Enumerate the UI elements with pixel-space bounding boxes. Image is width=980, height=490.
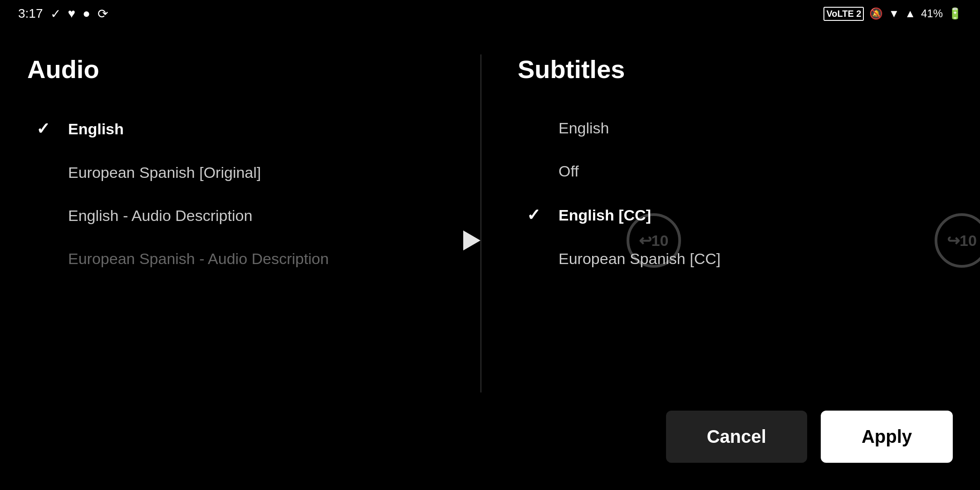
audio-title: Audio <box>27 54 462 84</box>
play-icon-background <box>463 230 480 250</box>
subtitle-item-english[interactable]: English <box>518 107 953 150</box>
subtitle-checkmark-icon: ✓ <box>527 206 549 225</box>
heart-icon: ♥ <box>68 6 76 21</box>
cancel-button[interactable]: Cancel <box>666 411 807 463</box>
audio-item-european-spanish-ad-label: European Spanish - Audio Description <box>68 250 329 268</box>
status-right: VoLTE 2 🔕 ▼ ▲ 41% 🔋 <box>823 7 962 21</box>
subtitle-item-english-label: English <box>559 119 609 137</box>
audio-item-english-label: English <box>68 120 124 138</box>
subtitles-panel: ↩10 ↪10 Subtitles English <box>481 54 953 392</box>
battery-percent: 41% <box>921 7 943 20</box>
subtitle-item-off-label: Off <box>559 162 579 180</box>
subtitle-item-english-cc-label: English [CC] <box>559 206 651 224</box>
subtitle-item-english-cc[interactable]: ✓ English [CC] <box>518 193 953 237</box>
status-left: 3:17 ✓ ♥ ● ⟳ <box>18 6 108 21</box>
circle-icon: ● <box>83 6 90 21</box>
status-time: 3:17 <box>18 6 43 21</box>
audio-item-european-spanish-ad[interactable]: European Spanish - Audio Description <box>27 237 462 280</box>
subtitle-items: English Off ✓ English [CC] European Span… <box>518 107 953 280</box>
audio-item-english-ad-label: English - Audio Description <box>68 207 252 225</box>
audio-item-european-spanish-label: European Spanish [Original] <box>68 164 261 181</box>
audio-panel: Audio ✓ English European Spanish [Origin… <box>27 54 481 392</box>
apply-button[interactable]: Apply <box>821 411 953 463</box>
subtitle-item-off[interactable]: Off <box>518 150 953 193</box>
bottom-bar: Cancel Apply <box>0 392 980 490</box>
subtitles-title: Subtitles <box>518 54 953 84</box>
status-bar: 3:17 ✓ ♥ ● ⟳ VoLTE 2 🔕 ▼ ▲ 41% 🔋 <box>0 0 980 27</box>
signal-icon: ▲ <box>905 7 916 20</box>
audio-item-english-ad[interactable]: English - Audio Description <box>27 194 462 237</box>
loop-icon: ⟳ <box>98 6 108 21</box>
wifi-icon: ▼ <box>888 7 899 20</box>
audio-item-european-spanish[interactable]: European Spanish [Original] <box>27 151 462 194</box>
subtitle-item-european-spanish-cc[interactable]: European Spanish [CC] <box>518 237 953 280</box>
main-content: Audio ✓ English European Spanish [Origin… <box>0 36 980 490</box>
check-icon: ✓ <box>50 6 61 21</box>
audio-item-english[interactable]: ✓ English <box>27 107 462 151</box>
subtitle-item-european-spanish-cc-label: European Spanish [CC] <box>559 250 720 268</box>
battery-icon: 🔋 <box>948 7 962 20</box>
checkmark-icon: ✓ <box>36 119 59 138</box>
audio-items: ✓ English European Spanish [Original] En… <box>27 107 462 280</box>
volte-icon: VoLTE 2 <box>823 7 864 21</box>
mute-icon: 🔕 <box>869 7 883 20</box>
panels: Audio ✓ English European Spanish [Origin… <box>0 36 980 392</box>
